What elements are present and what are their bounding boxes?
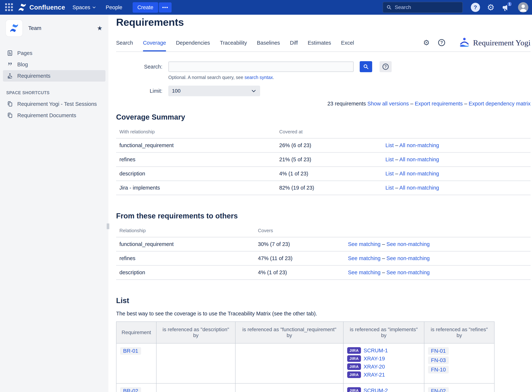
coverage-link-2[interactable]: All non-matching [399, 142, 439, 148]
requirement-link[interactable]: FN-02 [431, 388, 446, 392]
search-hint: Optional. A normal search query, see sea… [168, 75, 531, 80]
coverage-link-1[interactable]: List [385, 142, 394, 148]
sidebar-resize-handle[interactable] [107, 223, 110, 229]
people-menu[interactable]: People [106, 5, 122, 10]
tab-bar: SearchCoverageDependenciesTraceabilityBa… [116, 38, 354, 51]
coverage-help-icon[interactable]: ? [438, 39, 445, 46]
favorite-star-icon[interactable]: ★ [97, 24, 103, 32]
count-link-2[interactable]: Export requirements [415, 101, 463, 107]
coverage-link-1[interactable]: List [385, 185, 394, 191]
coverage-summary-table: With relationshipCovered atfunctional_re… [116, 126, 531, 195]
create-button[interactable]: Create [133, 2, 158, 13]
settings-gear-icon[interactable]: ⚙ [487, 3, 495, 12]
matching-link-2[interactable]: See non-matching [387, 241, 430, 247]
confluence-logo[interactable]: Confluence [18, 3, 65, 12]
coverage-value: 47% (11 of 23) [255, 251, 345, 266]
jira-issue-link[interactable]: SCRUM-2 [364, 387, 388, 392]
relationship-name: refines [116, 153, 276, 167]
shortcut-test-sessions[interactable]: Requirement Yogi - Test Sessions [3, 98, 105, 110]
list-table-row: BR-02JIRASCRUM-2JIRAXRAY-19JIRAXRAY-20JI… [116, 383, 494, 392]
spaces-menu[interactable]: Spaces [73, 5, 96, 10]
count-link-1[interactable]: Show all versions [367, 101, 409, 107]
coverage-link-1[interactable]: List [385, 171, 394, 177]
relationship-name: Jira - implements [116, 181, 276, 195]
list-title: List [116, 296, 531, 305]
coverage-link-2[interactable]: All non-matching [399, 157, 439, 162]
sidebar-item-requirements[interactable]: Requirements [3, 70, 105, 82]
sidebar-item-label: Requirements [17, 73, 51, 79]
coverage-value: 21% (5 of 23) [276, 153, 382, 167]
matching-link-2[interactable]: See non-matching [387, 255, 430, 261]
column-header: Covered at [276, 126, 382, 138]
requirement-link[interactable]: FN-01 [431, 348, 446, 354]
tab-traceability[interactable]: Traceability [220, 38, 247, 51]
matching-link-1[interactable]: See matching [348, 241, 380, 247]
coverage-value: 30% (7 of 23) [255, 237, 345, 251]
search-help-button[interactable]: ? [379, 61, 392, 72]
shortcut-requirement-documents[interactable]: Requirement Documents [3, 110, 105, 121]
coverage-search-input[interactable] [168, 61, 354, 72]
create-more-button[interactable]: ••• [159, 2, 172, 13]
coverage-link-2[interactable]: All non-matching [399, 171, 439, 177]
table-row: refines47% (11 of 23)See matching – See … [116, 251, 531, 266]
requirement-yogi-logo: Requirement Yogi [459, 37, 531, 48]
requirement-link[interactable]: FN-10 [431, 367, 446, 373]
jira-issue-line: JIRAXRAY-20 [347, 363, 420, 370]
matching-link-1[interactable]: See matching [348, 270, 380, 275]
tab-estimates[interactable]: Estimates [308, 38, 331, 51]
space-name: Team [28, 25, 97, 31]
tab-baselines[interactable]: Baselines [257, 38, 280, 51]
table-row: description4% (1 of 23)List – All non-ma… [116, 167, 531, 181]
jira-issue-line: JIRAXRAY-19 [347, 355, 420, 362]
matching-link-1[interactable]: See matching [348, 255, 380, 261]
coverage-settings-gear-icon[interactable]: ⚙ [423, 39, 430, 46]
requirement-chip: BR-02 [120, 387, 141, 392]
jira-issue-link[interactable]: XRAY-19 [364, 356, 385, 362]
space-logo[interactable] [6, 20, 22, 36]
relationship-name: description [116, 167, 276, 181]
link-separator: – [394, 185, 399, 191]
requirement-link[interactable]: BR-01 [123, 348, 138, 354]
app-switcher-icon[interactable] [5, 3, 13, 11]
jira-issue-link[interactable]: XRAY-21 [364, 372, 385, 378]
global-search-input[interactable]: Search [383, 2, 463, 13]
search-submit-button[interactable] [360, 61, 372, 72]
tab-excel[interactable]: Excel [341, 38, 354, 51]
list-column-header: is referenced as "functional_requirement… [235, 322, 343, 343]
coverage-value: 82% (19 of 23) [276, 181, 382, 195]
refines-line: FN-01 [428, 347, 490, 357]
search-syntax-link[interactable]: search syntax [244, 75, 273, 80]
tab-dependencies[interactable]: Dependencies [176, 38, 210, 51]
tab-coverage[interactable]: Coverage [143, 38, 166, 51]
matching-link-2[interactable]: See non-matching [387, 270, 430, 275]
limit-select[interactable]: 100 [168, 86, 260, 96]
tab-search[interactable]: Search [116, 38, 133, 51]
requirement-link[interactable]: FN-03 [431, 357, 446, 363]
refines-chip: FN-10 [428, 366, 449, 373]
help-icon[interactable]: ? [471, 3, 480, 12]
list-column-header: Requirement [116, 322, 156, 343]
coverage-link-1[interactable]: List [385, 157, 394, 162]
sidebar-item-blog[interactable]: ” Blog [3, 59, 105, 70]
coverage-summary-title: Coverage Summary [116, 113, 531, 121]
description-cell [156, 383, 235, 392]
row-links: See matching – See non-matching [345, 251, 531, 266]
tab-diff[interactable]: Diff [290, 38, 298, 51]
people-label: People [106, 5, 122, 10]
yogi-icon [6, 73, 14, 79]
coverage-link-2[interactable]: All non-matching [399, 185, 439, 191]
confluence-space-icon [9, 23, 19, 33]
count-link-3[interactable]: Export dependency matrix [469, 101, 531, 107]
page-title: Requirements [116, 16, 531, 28]
chevron-down-icon [251, 88, 257, 94]
requirement-link[interactable]: BR-02 [123, 388, 138, 392]
column-header: With relationship [116, 126, 276, 138]
relationship-name: functional_requirement [116, 237, 255, 251]
jira-issue-link[interactable]: SCRUM-1 [364, 348, 388, 354]
jira-issue-link[interactable]: XRAY-20 [364, 364, 385, 370]
notifications-megaphone-icon[interactable]: 1 [501, 3, 511, 12]
user-avatar[interactable] [518, 2, 528, 13]
sidebar-item-pages[interactable]: Pages [3, 47, 105, 59]
refines-chip: FN-03 [428, 357, 449, 364]
limit-label: Limit: [116, 88, 168, 94]
